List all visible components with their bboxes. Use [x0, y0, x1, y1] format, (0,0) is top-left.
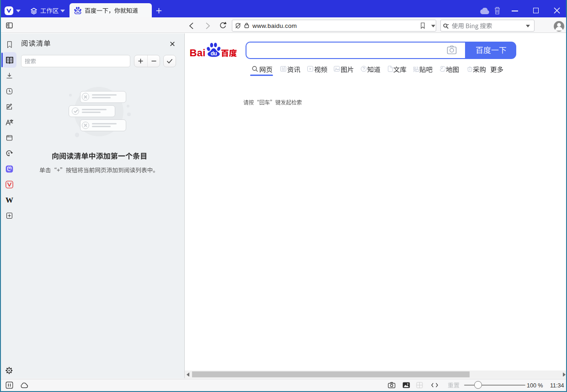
svg-text:du: du	[76, 11, 80, 14]
svg-text:du: du	[210, 50, 217, 56]
